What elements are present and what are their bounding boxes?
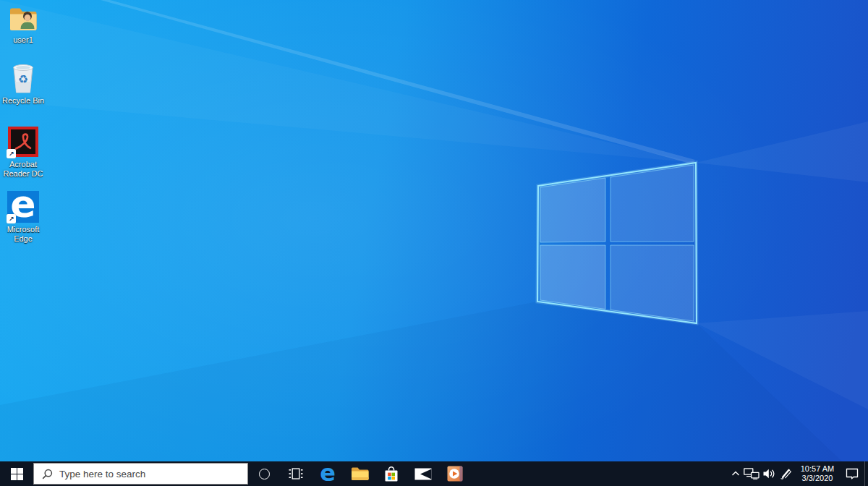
user-folder-icon — [8, 4, 38, 33]
movies-tv-icon — [447, 466, 463, 482]
cortana-button[interactable] — [248, 461, 280, 486]
volume-button[interactable] — [760, 461, 778, 486]
shortcut-arrow-icon: ↗ — [7, 149, 16, 158]
search-placeholder-text: Type here to search — [59, 469, 145, 479]
microsoft-store-icon — [383, 466, 399, 482]
desktop[interactable]: user1 ♻ Recycle Bin — [0, 0, 868, 461]
desktop-icon-label: Microsoft Edge — [1, 225, 46, 244]
desktop-icon-user1[interactable]: user1 — [0, 4, 46, 45]
file-explorer-icon — [351, 466, 369, 481]
tray-date: 3/3/2020 — [802, 474, 833, 483]
task-view-icon — [289, 468, 303, 479]
windows-desktop-screen: user1 ♻ Recycle Bin — [0, 0, 868, 486]
shortcut-arrow-icon: ↗ — [7, 214, 16, 223]
show-desktop-button[interactable] — [864, 461, 868, 486]
taskbar-search-input[interactable]: Type here to search — [33, 463, 248, 485]
desktop-icon-microsoft-edge[interactable]: e ↗ Microsoft Edge — [0, 191, 46, 244]
clock[interactable]: 10:57 AM 3/3/2020 — [795, 461, 840, 486]
edge-icon: e — [318, 464, 337, 483]
edge-tile-icon: e ↗ — [7, 191, 39, 223]
task-view-button[interactable] — [280, 461, 312, 486]
recycle-bin-icon: ♻ — [9, 61, 38, 94]
search-icon — [42, 469, 53, 479]
system-tray: 10:57 AM 3/3/2020 — [728, 461, 868, 486]
network-button[interactable] — [743, 461, 760, 486]
hidden-icons-button[interactable] — [728, 461, 743, 486]
mail-button[interactable] — [407, 461, 439, 486]
cortana-icon — [259, 469, 270, 479]
microsoft-store-button[interactable] — [375, 461, 407, 486]
tray-time: 10:57 AM — [801, 464, 834, 474]
chevron-up-icon — [731, 471, 740, 477]
volume-icon — [762, 468, 776, 479]
action-center-button[interactable] — [840, 461, 864, 486]
file-explorer-button[interactable] — [344, 461, 375, 486]
action-center-icon — [846, 468, 859, 479]
svg-text:♻: ♻ — [18, 72, 28, 86]
windows-start-icon — [11, 468, 23, 480]
desktop-icon-label: Acrobat Reader DC — [1, 160, 46, 179]
svg-text:e: e — [320, 464, 336, 483]
taskbar: Type here to search e — [0, 461, 868, 486]
mail-icon — [414, 468, 432, 480]
taskbar-edge-button[interactable]: e — [312, 461, 344, 486]
acrobat-reader-icon: ↗ — [7, 126, 39, 158]
desktop-icon-label: Recycle Bin — [2, 96, 44, 106]
windows-ink-button[interactable] — [778, 461, 795, 486]
movies-tv-button[interactable] — [439, 461, 471, 486]
start-button[interactable] — [0, 461, 33, 486]
network-icon — [744, 468, 760, 479]
desktop-icon-acrobat-reader[interactable]: ↗ Acrobat Reader DC — [0, 126, 46, 179]
pen-icon — [780, 468, 793, 479]
desktop-icon-recycle-bin[interactable]: ♻ Recycle Bin — [0, 61, 46, 106]
desktop-icon-label: user1 — [13, 35, 33, 45]
